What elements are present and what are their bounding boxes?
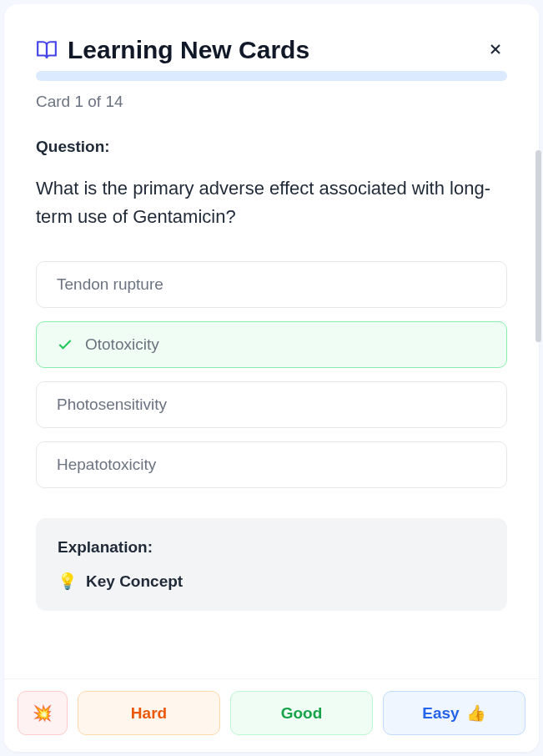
check-icon <box>57 336 73 353</box>
explanation-label: Explanation: <box>58 538 485 557</box>
option-text: Ototoxicity <box>85 335 159 354</box>
content-area: Learning New Cards Card 1 of 14 Question… <box>4 4 539 678</box>
close-icon <box>487 41 504 58</box>
hard-label: Hard <box>131 704 167 723</box>
lightbulb-icon: 💡 <box>58 572 78 591</box>
again-button[interactable]: 💥 <box>18 691 68 735</box>
easy-button[interactable]: Easy 👍 <box>383 691 525 735</box>
option-item-correct[interactable]: Ototoxicity <box>36 321 507 368</box>
key-concept-label: Key Concept <box>86 572 183 591</box>
title-row: Learning New Cards <box>36 36 309 64</box>
rating-footer: 💥 Hard Good Easy 👍 <box>4 678 539 752</box>
progress-bar <box>36 71 507 81</box>
option-item[interactable]: Tendon rupture <box>36 261 507 308</box>
easy-label: Easy <box>422 704 459 723</box>
question-label: Question: <box>36 138 507 156</box>
option-text: Tendon rupture <box>57 275 163 294</box>
header: Learning New Cards <box>36 36 507 64</box>
option-text: Photosensitivity <box>57 396 167 414</box>
learning-card-modal: Learning New Cards Card 1 of 14 Question… <box>4 4 539 752</box>
collision-icon: 💥 <box>33 703 53 723</box>
option-text: Hepatotoxicity <box>57 456 156 474</box>
explanation-box: Explanation: 💡 Key Concept <box>36 518 507 611</box>
good-button[interactable]: Good <box>230 691 373 735</box>
close-button[interactable] <box>484 38 507 61</box>
page-title: Learning New Cards <box>68 36 309 64</box>
thumbs-up-icon: 👍 <box>466 703 486 723</box>
question-text: What is the primary adverse effect assoc… <box>36 174 507 231</box>
option-item[interactable]: Hepatotoxicity <box>36 441 507 488</box>
options-list: Tendon rupture Ototoxicity Photosensitiv… <box>36 261 507 488</box>
good-label: Good <box>281 704 323 723</box>
card-counter: Card 1 of 14 <box>36 93 507 111</box>
hard-button[interactable]: Hard <box>78 691 220 735</box>
book-open-icon <box>36 39 58 61</box>
option-item[interactable]: Photosensitivity <box>36 381 507 428</box>
key-concept-row: 💡 Key Concept <box>58 572 485 591</box>
